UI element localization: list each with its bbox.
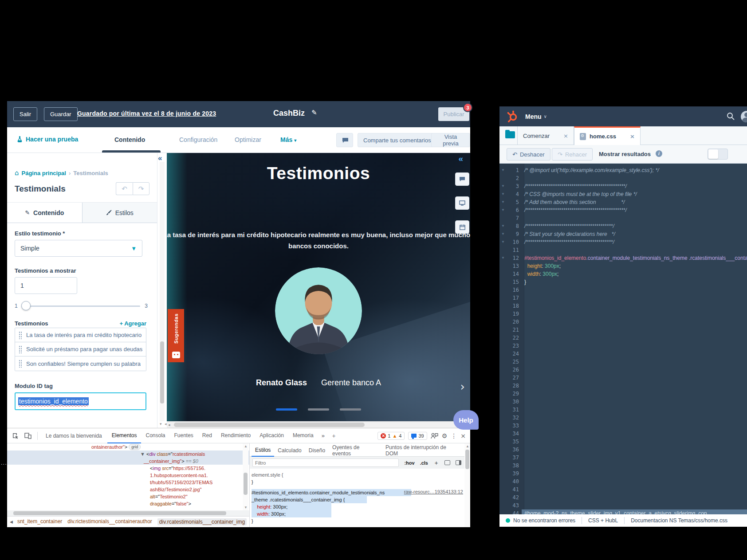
dom-tree-line[interactable]: t/hubfs/557156/2023/TEMAS [7,479,249,486]
dom-breadcrumb-item[interactable]: div.rictestimonials__containerauthor [67,518,152,525]
finder-folder-icon[interactable] [505,131,515,138]
more-tabs-icon[interactable]: » [319,432,327,439]
slider-handle[interactable] [21,301,31,310]
gear-icon[interactable]: ⚙ [442,432,448,439]
tab-contenido[interactable]: Contenido [114,136,145,143]
dom-tree-line[interactable]: ashBiz/Testimonio2.jpg" [7,486,249,493]
matched-css-rule[interactable]: raw-resourc…19354133:12 #testimonios_id_… [252,489,470,525]
code-line[interactable]: 42 [499,493,747,501]
fold-arrow-icon[interactable]: ▼ [499,238,507,246]
issues-badge[interactable]: 39 [408,432,427,440]
code-line[interactable]: 34 [499,430,747,438]
code-line[interactable]: 18 [499,302,747,310]
inspect-element-icon[interactable] [10,431,21,441]
styles-tab-estilos[interactable]: Estilos [252,443,274,457]
language-mode[interactable]: CSS + HubL [582,517,625,524]
code-line[interactable]: 15} [499,278,747,286]
run-test-link[interactable]: Hacer una prueba [17,136,78,143]
home-icon[interactable]: ⌂ [15,169,19,177]
hov-toggle[interactable]: :hov [404,460,414,466]
add-testimonial-link[interactable]: + Agregar [119,320,146,327]
code-line[interactable]: ▼5/* Add them above this section */ [499,198,747,206]
code-line[interactable]: 33 [499,422,747,430]
dom-tree-line[interactable]: alt="Testimonio2" [7,493,249,500]
preview-horizontal-scrollbar[interactable]: ◂ [167,421,470,428]
code-line[interactable]: 31 [499,406,747,414]
grid-badge[interactable]: grid [129,444,141,450]
scroll-down-arrow[interactable]: ▼ [244,505,248,509]
comments-button[interactable] [336,133,353,147]
fold-arrow-icon[interactable]: ▼ [499,254,507,262]
dom-tree-line[interactable]: __container_img"> == $0 [7,458,249,465]
dom-tree-line[interactable]: draggable="false"> [7,500,249,507]
styles-tab-3[interactable]: Oyentes de eventos [329,443,382,459]
breadcrumb-home-link[interactable]: Página principal [22,170,66,176]
cls-toggle[interactable]: .cls [420,460,428,466]
css-declaration[interactable]: height: 300px; [252,503,331,510]
code-line[interactable]: 36 [499,446,747,454]
help-button[interactable]: Help [453,410,479,430]
info-icon[interactable]: i [656,150,662,157]
code-line[interactable]: 16 [499,286,747,294]
code-line[interactable]: 39 [499,470,747,478]
css-declaration[interactable]: width: 300px; [252,510,331,517]
code-line[interactable]: 41 [499,486,747,493]
undo-button[interactable]: ↶ [116,182,133,195]
carousel-dash[interactable] [340,408,361,411]
dom-tree-line[interactable]: ▼ <div class="rcatestimonials [7,450,249,458]
add-tab-icon[interactable]: ＋ [328,432,339,440]
devtools-tab-red[interactable]: Red [198,428,216,443]
hubspot-sprocket-logo[interactable] [506,110,519,123]
tab-home-css[interactable]: home.css × [574,126,641,145]
styles-filter-input[interactable] [252,458,399,467]
fold-arrow-icon[interactable]: ▼ [499,198,507,206]
styles-tab-4[interactable]: Puntos de interrupción de DOM [382,443,462,459]
close-icon[interactable]: × [460,432,466,439]
tab-sidebar-estilos[interactable]: Estilos [82,203,157,223]
layout-panel-icon[interactable] [456,460,461,465]
tab-mas[interactable]: Más ▾ [280,136,296,143]
dom-tree-line[interactable]: <img src="https://557156. [7,465,249,472]
scroll-left-arrow[interactable]: ◂ [168,423,170,427]
code-line[interactable]: 40 [499,478,747,486]
module-id-input[interactable]: testimonios_id_elemento [15,392,146,410]
testimonial-item[interactable]: La tasa de interés para mi crédito hipot… [15,328,146,342]
tab-welcome[interactable]: Le damos la bienvenida [41,433,106,439]
estilo-select[interactable]: Simple ▼ [15,240,142,257]
tab-configuracion[interactable]: Configuración [179,136,217,143]
fold-arrow-icon[interactable]: ▼ [499,166,507,174]
schedule-rail-button[interactable] [455,220,469,234]
dom-tree-line[interactable]: 1.hubspotusercontent-na1. [7,472,249,479]
fold-arrow-icon[interactable]: ▼ [499,206,507,214]
fold-arrow-icon[interactable]: ▼ [499,190,507,198]
testimonial-item[interactable]: Son confiables! Siempre cumplen su palab… [15,356,146,371]
code-line[interactable]: ▼3/*************************************… [499,182,747,190]
carousel-dash-active[interactable] [276,408,297,411]
drag-handle-icon[interactable] [19,345,22,353]
code-line[interactable]: ▼10/************************************… [499,238,747,246]
code-line[interactable]: 29 [499,390,747,398]
scrollbar-thumb[interactable] [174,423,365,427]
rule-source-link[interactable]: raw-resourc…19354133:12 [404,489,463,494]
code-line[interactable]: 23 [499,342,747,350]
close-tab-icon[interactable]: × [630,133,635,140]
devtools-tab-elementos[interactable]: Elementos [107,428,142,443]
styles-vertical-scrollbar[interactable]: ▲ [464,443,470,527]
styles-tab-2[interactable]: Diseño [305,444,329,456]
elements-vertical-scrollbar[interactable]: ▲ ▼ [243,443,248,510]
code-line[interactable]: 44#home_mod-2_ns_theme_slider_img_v1_con… [499,509,747,514]
code-line[interactable]: 11 [499,246,747,254]
element-style-rule[interactable]: element.style { [252,471,470,478]
fold-arrow-icon[interactable]: ▼ [499,222,507,230]
device-toolbar-icon[interactable] [22,431,34,441]
comments-rail-button[interactable] [455,172,469,186]
code-line[interactable]: 7 [499,214,747,222]
code-line[interactable]: 21 [499,326,747,334]
styles-tab-1[interactable]: Calculado [274,444,305,456]
paint-icon[interactable] [444,460,450,465]
code-line[interactable]: 13 height: 300px; [499,262,747,270]
dom-tree-line[interactable]: ontainerauthor"> grid [7,443,249,450]
carousel-dash[interactable] [308,408,329,411]
devtools-tab-rendimiento[interactable]: Rendimiento [216,428,255,443]
share-feedback-button[interactable]: Comparte tus comentarios [358,133,436,147]
